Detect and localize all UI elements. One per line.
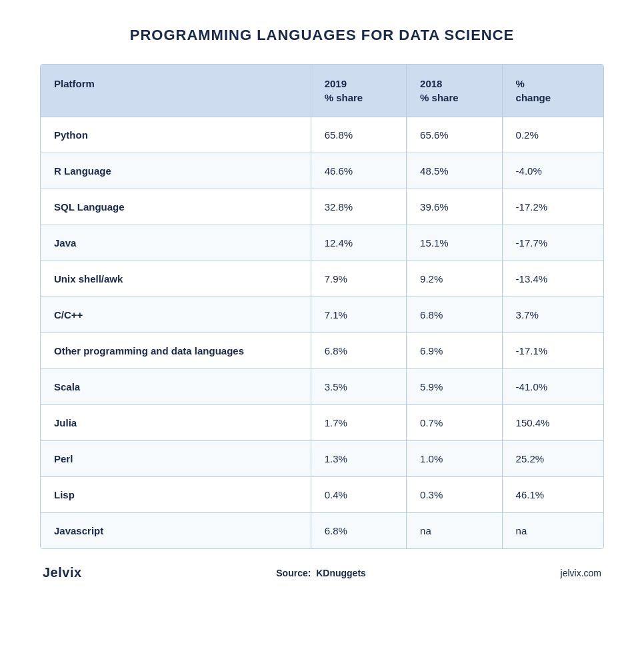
cell-platform: Scala	[41, 369, 311, 405]
cell-2019: 12.4%	[311, 225, 406, 261]
cell-change: 0.2%	[502, 117, 603, 153]
cell-2018: 0.3%	[407, 477, 502, 513]
table-row: Other programming and data languages6.8%…	[41, 333, 603, 369]
cell-change: -17.7%	[502, 225, 603, 261]
table-row: C/C++7.1%6.8%3.7%	[41, 297, 603, 333]
cell-2019: 32.8%	[311, 189, 406, 225]
cell-change: 46.1%	[502, 477, 603, 513]
cell-2018: 9.2%	[407, 261, 502, 297]
cell-platform: R Language	[41, 153, 311, 189]
cell-platform: SQL Language	[41, 189, 311, 225]
cell-2019: 65.8%	[311, 117, 406, 153]
cell-platform: Unix shell/awk	[41, 261, 311, 297]
cell-2019: 0.4%	[311, 477, 406, 513]
table-row: SQL Language32.8%39.6%-17.2%	[41, 189, 603, 225]
cell-2019: 7.1%	[311, 297, 406, 333]
cell-2018: 1.0%	[407, 441, 502, 477]
table-row: Julia1.7%0.7%150.4%	[41, 405, 603, 441]
table-row: Java12.4%15.1%-17.7%	[41, 225, 603, 261]
cell-platform: C/C++	[41, 297, 311, 333]
footer-source-label: Source:	[276, 568, 311, 578]
cell-2019: 6.8%	[311, 333, 406, 369]
cell-2018: 65.6%	[407, 117, 502, 153]
cell-2018: 48.5%	[407, 153, 502, 189]
cell-2018: 39.6%	[407, 189, 502, 225]
cell-2018: na	[407, 513, 502, 549]
table-header-row: Platform 2019% share 2018% share %change	[41, 65, 603, 117]
cell-2018: 15.1%	[407, 225, 502, 261]
cell-change: 3.7%	[502, 297, 603, 333]
cell-2018: 0.7%	[407, 405, 502, 441]
table-row: Lisp0.4%0.3%46.1%	[41, 477, 603, 513]
table-row: R Language46.6%48.5%-4.0%	[41, 153, 603, 189]
header-2018: 2018% share	[407, 65, 502, 117]
data-table: Platform 2019% share 2018% share %change…	[40, 64, 604, 549]
cell-platform: Javascript	[41, 513, 311, 549]
table-row: Perl1.3%1.0%25.2%	[41, 441, 603, 477]
cell-platform: Lisp	[41, 477, 311, 513]
cell-change: 150.4%	[502, 405, 603, 441]
header-platform: Platform	[41, 65, 311, 117]
cell-platform: Other programming and data languages	[41, 333, 311, 369]
table-row: Python65.8%65.6%0.2%	[41, 117, 603, 153]
cell-2018: 6.9%	[407, 333, 502, 369]
cell-change: -17.2%	[502, 189, 603, 225]
table-row: Javascript6.8%nana	[41, 513, 603, 549]
footer-source-value: KDnuggets	[316, 568, 366, 578]
cell-2019: 3.5%	[311, 369, 406, 405]
cell-platform: Java	[41, 225, 311, 261]
cell-change: na	[502, 513, 603, 549]
cell-platform: Perl	[41, 441, 311, 477]
cell-platform: Python	[41, 117, 311, 153]
footer-brand: Jelvix	[43, 565, 82, 580]
cell-2019: 7.9%	[311, 261, 406, 297]
cell-change: -4.0%	[502, 153, 603, 189]
cell-2018: 5.9%	[407, 369, 502, 405]
footer: Jelvix Source: KDnuggets jelvix.com	[40, 565, 604, 580]
table-row: Unix shell/awk7.9%9.2%-13.4%	[41, 261, 603, 297]
cell-change: -13.4%	[502, 261, 603, 297]
header-2019: 2019% share	[311, 65, 406, 117]
cell-change: -41.0%	[502, 369, 603, 405]
cell-2019: 1.3%	[311, 441, 406, 477]
page-title: PROGRAMMING LANGUAGES FOR DATA SCIENCE	[130, 27, 515, 44]
cell-platform: Julia	[41, 405, 311, 441]
cell-2019: 6.8%	[311, 513, 406, 549]
cell-2019: 1.7%	[311, 405, 406, 441]
footer-source: Source: KDnuggets	[276, 568, 366, 578]
header-change: %change	[502, 65, 603, 117]
table-row: Scala3.5%5.9%-41.0%	[41, 369, 603, 405]
footer-url: jelvix.com	[561, 568, 601, 578]
cell-2019: 46.6%	[311, 153, 406, 189]
cell-change: 25.2%	[502, 441, 603, 477]
cell-2018: 6.8%	[407, 297, 502, 333]
cell-change: -17.1%	[502, 333, 603, 369]
